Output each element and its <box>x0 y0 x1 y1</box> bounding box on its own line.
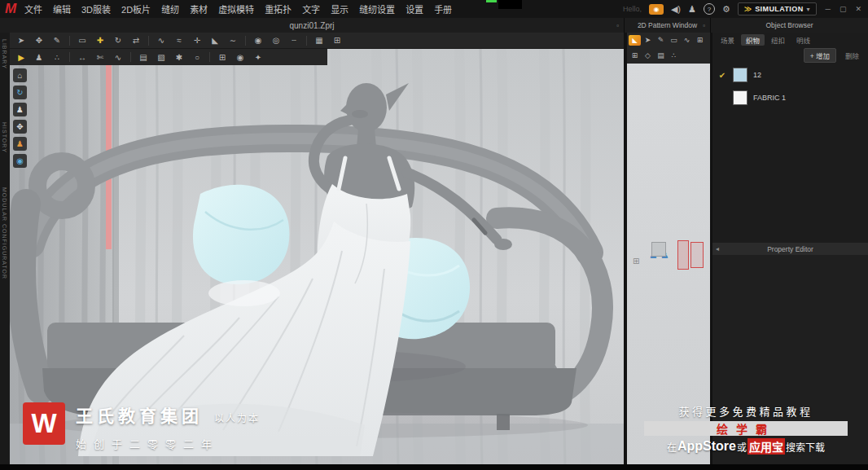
scissors-tool-icon[interactable]: ✄ <box>92 51 108 64</box>
panel-splitter[interactable] <box>624 33 627 464</box>
fabric-row[interactable]: ✔ FABRIC 1 <box>712 86 868 109</box>
button-tool-icon[interactable]: ◉ <box>250 33 266 47</box>
panel-splitter[interactable] <box>710 33 712 464</box>
add-point-tool-icon[interactable]: ✚ <box>92 33 108 47</box>
check-icon[interactable]: ✔ <box>717 71 727 80</box>
points-2d-icon[interactable]: ∴ <box>668 50 680 62</box>
grid-2d-icon[interactable]: ⊞ <box>694 34 706 46</box>
sync-view-icon[interactable]: ↻ <box>13 86 27 99</box>
watermark-text: 王氏教育集团 以人为本 始创于二零零二年 <box>76 402 260 451</box>
layer-tool-icon[interactable]: ▧ <box>153 51 169 64</box>
seamline-2d-icon[interactable]: ◇ <box>642 50 654 62</box>
viewport-3d[interactable]: ⌂ ↻ ♟ ✥ ♟ ◉ W 王氏教育集团 以人为本 始创于二零零二年 <box>10 49 624 464</box>
pattern-window-panel: ◣ ➤ ✎ ▭ ∿ ⊞ ⊞ ◇ ▤ ∴ ⊞ ♟ ♟ <box>627 33 710 464</box>
dock-tab-history[interactable]: HISTORY <box>2 122 7 153</box>
tab-button[interactable]: 纽扣 <box>766 34 790 46</box>
menu-avatar[interactable]: 虚拟模特 <box>218 2 254 15</box>
close-button[interactable]: ✕ <box>855 5 861 13</box>
flip-tool-icon[interactable]: ⇄ <box>128 33 144 47</box>
arrangement-points-icon[interactable]: ✥ <box>13 120 27 134</box>
pattern-piece[interactable] <box>651 242 666 257</box>
capture-tool-icon[interactable]: ◉ <box>232 51 248 64</box>
show-avatar-tool-icon[interactable]: ♟ <box>31 51 47 64</box>
sewing-2d-icon[interactable]: ∿ <box>681 34 693 46</box>
render-tool-icon[interactable]: ✦ <box>250 51 266 64</box>
menu-settings[interactable]: 设置 <box>406 2 423 15</box>
menu-display[interactable]: 显示 <box>331 2 349 15</box>
menu-material[interactable]: 素材 <box>190 2 208 15</box>
fabric-tool-icon[interactable]: ▤ <box>135 51 151 64</box>
minimize-button[interactable]: ─ <box>826 5 831 13</box>
add-fabric-button[interactable]: + 增加 <box>804 48 836 63</box>
tab-fabric[interactable]: 织物 <box>741 34 765 46</box>
menu-retopology[interactable]: 重拓扑 <box>265 2 292 15</box>
free-sewing-tool-icon[interactable]: ≈ <box>171 33 187 47</box>
topstitch-tool-icon[interactable]: ┄ <box>286 33 302 47</box>
fold-arrangement-tool-icon[interactable]: ◣ <box>207 33 223 47</box>
app-logo[interactable]: M <box>0 0 21 18</box>
texture-2d-icon[interactable]: ▤ <box>655 50 667 62</box>
menu-sewing[interactable]: 缝纫 <box>161 2 179 15</box>
settings-gear-icon[interactable]: ⚙ <box>722 5 730 14</box>
menu-edit[interactable]: 编辑 <box>53 2 71 15</box>
camera-view-icon[interactable]: ◉ <box>13 154 27 168</box>
menu-text[interactable]: 文字 <box>302 2 320 15</box>
fabric-row[interactable]: ✔ 12 <box>712 64 868 86</box>
pin-tool-icon[interactable]: ✛ <box>189 33 205 47</box>
pattern-piece-selected[interactable] <box>690 242 704 268</box>
measure-tool-icon[interactable]: ↔ <box>74 51 90 64</box>
tab-scene[interactable]: 场景 <box>716 34 739 46</box>
steam-tool-icon[interactable]: ∿ <box>110 51 126 64</box>
fabric-swatch[interactable] <box>733 90 747 105</box>
buttonhole-tool-icon[interactable]: ◎ <box>268 33 284 47</box>
menu-sewing-settings[interactable]: 缝纫设置 <box>359 2 395 15</box>
show-avatar-icon[interactable]: ♟ <box>13 103 27 116</box>
pen-2d-icon[interactable]: ✎ <box>655 34 667 46</box>
speaker-icon[interactable]: ◀) <box>671 5 681 14</box>
menu-file[interactable]: 文件 <box>24 2 42 15</box>
camera-icon[interactable]: ◉ <box>649 4 664 15</box>
edit-pattern-2d-icon[interactable]: ➤ <box>642 34 654 46</box>
user-icon[interactable]: ♟ <box>688 5 696 14</box>
delete-fabric-button[interactable]: 删除 <box>841 49 863 62</box>
grid-tool-icon[interactable]: ⊞ <box>329 33 345 47</box>
segment-sewing-tool-icon[interactable]: ∿ <box>153 33 169 47</box>
menu-2d-pattern[interactable]: 2D板片 <box>121 2 151 15</box>
pattern-panel-restore-icon[interactable]: ▫ <box>703 22 705 29</box>
rotate-tool-icon[interactable]: ↻ <box>110 33 126 47</box>
show-grid-2d-icon[interactable]: ⊞ <box>629 50 641 62</box>
menu-3d-garment[interactable]: 3D服装 <box>81 2 111 15</box>
pattern-piece-selected[interactable] <box>677 240 689 270</box>
select-tool-icon[interactable]: ➤ <box>13 33 29 47</box>
show-garment-icon[interactable]: ⌂ <box>13 68 27 82</box>
freeze-tool-icon[interactable]: ✱ <box>171 51 187 64</box>
transform-pattern-icon[interactable]: ◣ <box>629 35 641 46</box>
rectangle-tool-icon[interactable]: ▭ <box>74 33 90 47</box>
shrinkage-tool-icon[interactable]: ▦ <box>311 33 327 47</box>
menu-manual[interactable]: 手册 <box>434 2 452 15</box>
dock-tab-library[interactable]: LIBRARY <box>2 39 7 69</box>
collapse-icon[interactable]: ◂ <box>716 245 719 253</box>
project-title: qunzi01.Zprj <box>289 21 334 30</box>
panel-restore-icon[interactable]: ▫ <box>616 22 619 29</box>
arrangement-tool-icon[interactable]: ∴ <box>49 51 65 64</box>
pen-tool-icon[interactable]: ✎ <box>49 33 65 47</box>
property-editor-header[interactable]: ◂ Property Editor <box>712 243 868 255</box>
avatar-pose-icon[interactable]: ♟ <box>13 137 27 151</box>
dock-tab-modular-configurator[interactable]: MODULAR CONFIGURATOR <box>2 187 7 279</box>
app-window: M 文件 编辑 3D服装 2D板片 缝纫 素材 虚拟模特 重拓扑 文字 显示 缝… <box>0 0 868 470</box>
transform-tool-icon[interactable]: ✥ <box>31 33 47 47</box>
restore-button[interactable]: ▢ <box>840 5 847 13</box>
snap-tool-icon[interactable]: ⊞ <box>214 51 230 64</box>
rectangle-2d-icon[interactable]: ▭ <box>668 34 680 46</box>
fabric-swatch[interactable] <box>733 68 747 82</box>
tab-topstitch[interactable]: 明线 <box>791 34 815 46</box>
company-slogan: 以人为本 <box>214 411 260 424</box>
simulate-tool-icon[interactable]: ▶ <box>13 51 29 64</box>
pillow-left[interactable] <box>193 185 289 284</box>
simulation-button[interactable]: ≫ SIMULATION ▾ <box>738 2 817 15</box>
deactivate-tool-icon[interactable]: ○ <box>189 51 205 64</box>
promo-brand-bar: 绘学霸 <box>644 421 848 436</box>
flatten-tool-icon[interactable]: ∼ <box>225 33 241 47</box>
help-icon[interactable]: ? <box>704 3 715 15</box>
